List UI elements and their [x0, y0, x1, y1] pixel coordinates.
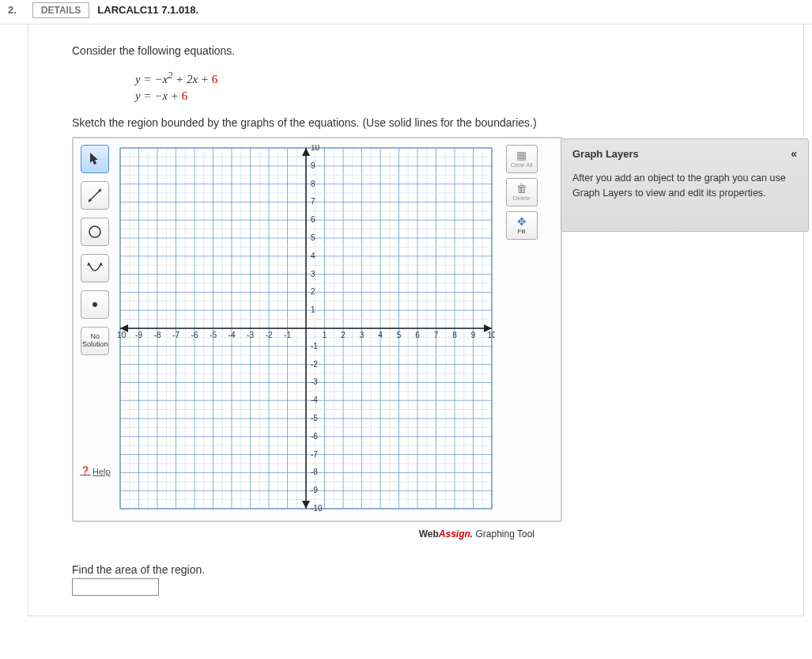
pointer-icon — [89, 152, 100, 166]
svg-text:10: 10 — [311, 145, 320, 152]
clear-all-button[interactable]: ▦ Clear All — [506, 145, 538, 173]
svg-text:1: 1 — [311, 305, 315, 314]
svg-text:-9: -9 — [135, 331, 142, 339]
svg-text:-7: -7 — [311, 450, 318, 459]
svg-text:6: 6 — [415, 331, 420, 339]
prompt-text: Consider the following equations. — [72, 44, 795, 57]
svg-text:4: 4 — [378, 331, 383, 339]
svg-text:9: 9 — [470, 331, 475, 339]
svg-text:7: 7 — [433, 331, 438, 339]
layers-body: After you add an object to the graph you… — [572, 171, 797, 201]
svg-text:-1: -1 — [311, 342, 318, 350]
no-solution-tool[interactable]: No Solution — [81, 327, 109, 355]
circle-tool[interactable] — [81, 218, 109, 246]
svg-text:4: 4 — [311, 252, 315, 260]
svg-text:2: 2 — [311, 287, 315, 296]
line-tool[interactable] — [81, 181, 109, 210]
clear-icon: ▦ — [516, 150, 527, 161]
svg-text:-3: -3 — [311, 377, 318, 386]
svg-text:5: 5 — [396, 331, 401, 339]
help-icon: ❓ — [80, 466, 91, 476]
svg-text:6: 6 — [311, 215, 315, 224]
svg-text:-3: -3 — [247, 331, 254, 339]
delete-button[interactable]: 🗑 Delete — [506, 178, 538, 206]
area-answer-input[interactable] — [72, 578, 159, 596]
svg-text:3: 3 — [311, 270, 315, 278]
svg-text:-1: -1 — [284, 331, 291, 339]
svg-text:-2: -2 — [311, 360, 318, 369]
parabola-tool[interactable] — [81, 254, 109, 282]
reference-code: LARCALC11 7.1.018. — [97, 4, 198, 16]
fill-button[interactable]: ✥ Fill — [506, 211, 538, 240]
svg-point-6 — [93, 302, 97, 307]
svg-text:9: 9 — [311, 161, 315, 170]
svg-text:-10: -10 — [117, 331, 127, 339]
svg-text:3: 3 — [359, 331, 364, 339]
svg-text:-7: -7 — [172, 331, 179, 339]
svg-text:2: 2 — [341, 331, 346, 339]
line-icon — [86, 187, 104, 204]
svg-text:-4: -4 — [311, 396, 318, 404]
fill-icon: ✥ — [517, 216, 527, 228]
svg-text:-9: -9 — [311, 486, 318, 494]
find-area-prompt: Find the area of the region. — [72, 563, 795, 576]
svg-text:-5: -5 — [311, 414, 318, 422]
svg-text:5: 5 — [311, 233, 315, 242]
svg-text:-10: -10 — [311, 504, 323, 512]
circle-icon — [86, 223, 104, 240]
svg-text:-8: -8 — [311, 468, 318, 476]
graph-canvas[interactable]: -10-9-8-7-6-5-4-3-2-112345678910-10-9-8-… — [117, 145, 495, 512]
collapse-button[interactable]: « — [791, 147, 797, 160]
pointer-tool[interactable] — [81, 145, 109, 173]
svg-text:-5: -5 — [210, 331, 217, 339]
svg-text:7: 7 — [311, 197, 315, 206]
svg-text:-4: -4 — [228, 331, 235, 339]
svg-point-3 — [89, 226, 100, 237]
help-link[interactable]: ❓Help — [80, 466, 111, 476]
branding: WebAssign. Graphing Tool — [72, 522, 562, 540]
equation-2: y = −x + 6 — [135, 88, 795, 104]
equation-1: y = −x2 + 2x + 6 — [135, 69, 795, 88]
equations-block: y = −x2 + 2x + 6 y = −x + 6 — [135, 69, 795, 104]
question-number: 2. — [0, 0, 25, 20]
layers-title: Graph Layers — [572, 148, 639, 160]
sketch-instruction: Sketch the region bounded by the graphs … — [72, 116, 795, 129]
graph-layers-panel: Graph Layers « After you add an object t… — [561, 138, 809, 232]
svg-text:-2: -2 — [265, 331, 272, 339]
point-icon — [92, 301, 98, 308]
question-content: Consider the following equations. y = −x… — [28, 25, 804, 616]
svg-text:8: 8 — [311, 180, 315, 188]
svg-text:-6: -6 — [311, 432, 318, 441]
svg-text:1: 1 — [322, 331, 327, 339]
graphing-tool: No Solution ❓Help -10-9-8-7-6-5-4-3-2-11… — [72, 137, 562, 522]
svg-text:10: 10 — [487, 331, 495, 339]
svg-text:8: 8 — [452, 331, 457, 339]
parabola-icon — [86, 259, 104, 277]
point-tool[interactable] — [81, 290, 109, 319]
details-button[interactable]: DETAILS — [32, 2, 89, 18]
svg-text:-6: -6 — [191, 331, 198, 339]
svg-text:-8: -8 — [153, 331, 161, 339]
trash-icon: 🗑 — [516, 183, 527, 195]
